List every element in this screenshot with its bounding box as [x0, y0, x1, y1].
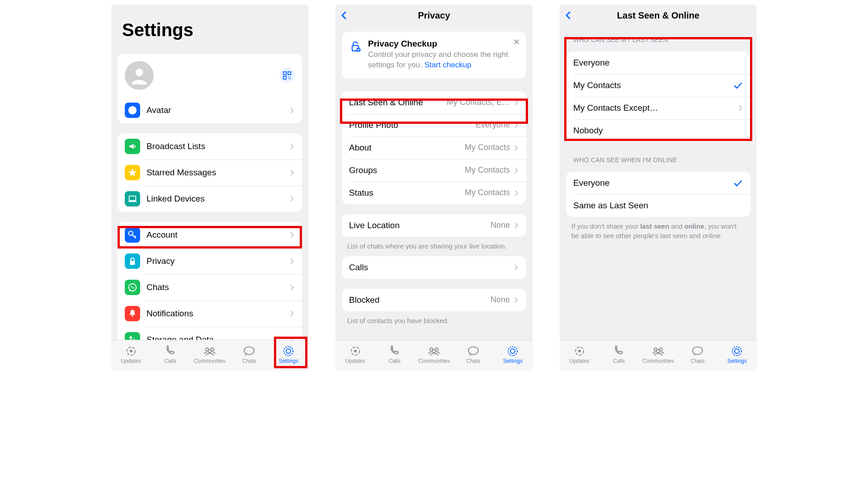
lock-icon [125, 253, 140, 269]
chevron-right-icon [514, 167, 519, 174]
row-avatar[interactable]: Avatar [118, 97, 302, 123]
option-nobody[interactable]: Nobody [566, 119, 750, 142]
lock-check-icon [349, 40, 362, 52]
tab-calls[interactable]: Calls [377, 345, 413, 364]
tab-settings[interactable]: Settings [719, 345, 755, 364]
close-icon[interactable]: ✕ [513, 37, 520, 47]
liveloc-footer: List of chats where you are sharing your… [335, 237, 533, 251]
key-icon [125, 227, 140, 243]
tab-updates[interactable]: Updates [113, 345, 149, 364]
bell-icon [125, 306, 140, 321]
lastseen-footer: If you don't share your last seen and on… [560, 217, 757, 240]
online-section-header: WHO CAN SEE WHEN I'M ONLINE [560, 142, 757, 166]
chevron-right-icon [514, 99, 519, 106]
chevron-right-icon [289, 143, 295, 150]
blocked-footer: List of contacts you have blocked. [335, 311, 533, 325]
tab-communities[interactable]: Communities [192, 345, 228, 364]
megaphone-icon [125, 139, 140, 154]
row-account[interactable]: Account [118, 222, 302, 248]
tab-bar: Updates Calls Communities Chats Settings [111, 340, 308, 371]
tab-updates[interactable]: Updates [337, 345, 373, 364]
chevron-right-icon [289, 336, 295, 340]
chevron-right-icon [289, 107, 295, 114]
privacy-title: Privacy [418, 10, 450, 21]
tab-bar: Updates Calls Communities Chats Settings [560, 340, 757, 371]
row-groups[interactable]: Groups My Contacts [342, 159, 526, 182]
row-storage-and-data[interactable]: Storage and Data [118, 327, 302, 340]
chevron-right-icon [289, 284, 295, 291]
row-starred-messages[interactable]: Starred Messages [118, 160, 302, 186]
laptop-icon [125, 191, 140, 206]
row-calls[interactable]: Calls [342, 256, 526, 279]
checkup-text: Control your privacy and choose the righ… [368, 50, 519, 70]
row-broadcast-lists[interactable]: Broadcast Lists [118, 133, 302, 160]
tab-chats[interactable]: Chats [455, 345, 491, 364]
chevron-right-icon [514, 222, 519, 229]
tab-bar: Updates Calls Communities Chats Settings [335, 340, 533, 371]
whatsapp-icon [125, 280, 140, 295]
check-icon [733, 81, 743, 89]
tab-chats[interactable]: Chats [679, 345, 716, 364]
privacy-checkup-card[interactable]: Privacy Checkup Control your privacy and… [342, 32, 526, 79]
screen-privacy: Privacy Privacy Checkup Control your pri… [335, 5, 533, 371]
check-icon [733, 179, 743, 187]
row-linked-devices[interactable]: Linked Devices [118, 186, 302, 212]
tab-settings[interactable]: Settings [270, 345, 307, 364]
chevron-right-icon [514, 264, 519, 271]
avatar-icon [125, 103, 140, 118]
lastseen-section-header: WHO CAN SEE MY LAST SEEN [560, 26, 757, 46]
chevron-right-icon [289, 195, 295, 202]
qr-icon[interactable] [279, 68, 295, 83]
row-profile-photo[interactable]: Profile Photo Everyone [342, 114, 526, 136]
option-everyone[interactable]: Everyone [566, 52, 750, 74]
settings-title: Settings [111, 5, 308, 48]
lastseen-title: Last Seen & Online [617, 10, 699, 21]
row-blocked[interactable]: Blocked None [342, 289, 526, 311]
option-same-as-last-seen[interactable]: Same as Last Seen [566, 194, 750, 217]
star-icon [125, 165, 140, 180]
row-privacy[interactable]: Privacy [118, 248, 302, 274]
chevron-right-icon [289, 258, 295, 265]
chevron-right-icon [514, 122, 519, 129]
option-everyone[interactable]: Everyone [566, 172, 750, 194]
tab-calls[interactable]: Calls [152, 345, 189, 364]
screen-settings: Settings Avatar Broadcast Lists Starred … [111, 5, 308, 371]
back-button[interactable] [340, 11, 348, 20]
chevron-right-icon [289, 231, 295, 239]
option-my-contacts[interactable]: My Contacts [566, 74, 750, 97]
arrows-icon [125, 332, 140, 340]
tab-calls[interactable]: Calls [601, 345, 637, 364]
row-last-seen-online[interactable]: Last Seen & Online My Contacts, E… [342, 91, 526, 114]
checkup-title: Privacy Checkup [368, 39, 519, 49]
chevron-right-icon [738, 104, 743, 112]
back-button[interactable] [564, 11, 572, 20]
avatar-icon [125, 61, 154, 90]
tab-updates[interactable]: Updates [561, 345, 598, 364]
row-status[interactable]: Status My Contacts [342, 182, 526, 204]
chevron-right-icon [289, 310, 295, 317]
start-checkup-link[interactable]: Start checkup [425, 61, 472, 69]
tab-communities[interactable]: Communities [640, 345, 676, 364]
tab-chats[interactable]: Chats [231, 345, 267, 364]
screen-last-seen: Last Seen & Online WHO CAN SEE MY LAST S… [560, 5, 757, 371]
row-live-location[interactable]: Live Location None [342, 214, 526, 237]
chevron-right-icon [289, 169, 295, 176]
tab-communities[interactable]: Communities [416, 345, 452, 364]
chevron-right-icon [514, 144, 519, 151]
profile-row[interactable] [118, 54, 302, 97]
row-chats[interactable]: Chats [118, 274, 302, 300]
tab-settings[interactable]: Settings [495, 345, 531, 364]
chevron-right-icon [514, 189, 519, 197]
option-my-contacts-except-[interactable]: My Contacts Except… [566, 97, 750, 119]
row-notifications[interactable]: Notifications [118, 300, 302, 327]
row-about[interactable]: About My Contacts [342, 136, 526, 159]
chevron-right-icon [514, 296, 519, 304]
